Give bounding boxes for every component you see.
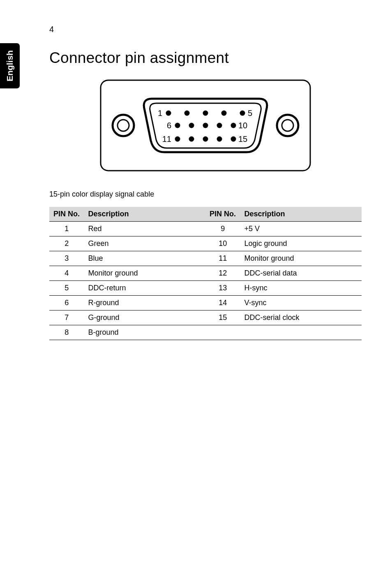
svg-point-16 xyxy=(189,137,194,142)
pin-b xyxy=(205,325,240,340)
pin-a: 8 xyxy=(49,325,84,340)
svg-text:6: 6 xyxy=(167,121,171,130)
svg-point-6 xyxy=(184,111,190,116)
table-row: 8B-ground xyxy=(49,325,362,340)
desc-b: DDC-serial clock xyxy=(240,310,362,325)
pin-b: 12 xyxy=(205,266,240,281)
pin-b: 13 xyxy=(205,281,240,296)
desc-b: Monitor ground xyxy=(240,251,362,266)
desc-b xyxy=(240,325,362,340)
svg-point-1 xyxy=(113,115,134,136)
table-header-desc-a: Description xyxy=(84,207,205,222)
desc-a: Red xyxy=(84,222,205,236)
svg-point-12 xyxy=(203,123,208,128)
pin-a: 3 xyxy=(49,251,84,266)
svg-point-8 xyxy=(221,111,227,116)
desc-a: B-ground xyxy=(84,325,205,340)
desc-b: DDC-serial data xyxy=(240,266,362,281)
pin-a: 2 xyxy=(49,236,84,251)
language-label: English xyxy=(5,50,15,81)
desc-a: G-ground xyxy=(84,310,205,325)
page-content: Connector pin assignment 1 5 6 10 11 15 … xyxy=(49,49,362,340)
page-number: 4 xyxy=(49,25,54,34)
language-tab: English xyxy=(0,43,20,88)
svg-text:11: 11 xyxy=(162,134,171,144)
pin-a: 5 xyxy=(49,281,84,296)
svg-point-5 xyxy=(166,111,171,116)
svg-point-4 xyxy=(282,120,293,131)
table-header-pin-b: PIN No. xyxy=(205,207,240,222)
pin-b: 15 xyxy=(205,310,240,325)
svg-point-17 xyxy=(203,137,208,142)
table-row: 4Monitor ground12DDC-serial data xyxy=(49,266,362,281)
desc-b: V-sync xyxy=(240,296,362,310)
desc-b: H-sync xyxy=(240,281,362,296)
desc-a: R-ground xyxy=(84,296,205,310)
svg-point-13 xyxy=(217,123,222,128)
desc-a: DDC-return xyxy=(84,281,205,296)
page-title: Connector pin assignment xyxy=(49,49,362,67)
pin-b: 14 xyxy=(205,296,240,310)
table-row: 1Red9+5 V xyxy=(49,222,362,236)
svg-text:1: 1 xyxy=(158,109,162,118)
table-row: 5DDC-return13H-sync xyxy=(49,281,362,296)
pin-a: 6 xyxy=(49,296,84,310)
svg-point-11 xyxy=(189,123,194,128)
svg-point-19 xyxy=(231,137,236,142)
pin-a: 7 xyxy=(49,310,84,325)
table-header-desc-b: Description xyxy=(240,207,362,222)
table-row: 2Green10Logic ground xyxy=(49,236,362,251)
desc-a: Green xyxy=(84,236,205,251)
table-row: 6R-ground14V-sync xyxy=(49,296,362,310)
svg-text:5: 5 xyxy=(248,109,252,118)
svg-point-14 xyxy=(231,123,236,128)
svg-point-18 xyxy=(217,137,222,142)
pin-a: 1 xyxy=(49,222,84,236)
svg-point-9 xyxy=(240,111,245,116)
svg-point-2 xyxy=(118,120,129,131)
svg-text:10: 10 xyxy=(238,121,247,130)
table-row: 3Blue11Monitor ground xyxy=(49,251,362,266)
desc-b: Logic ground xyxy=(240,236,362,251)
desc-a: Blue xyxy=(84,251,205,266)
connector-diagram: 1 5 6 10 11 15 xyxy=(99,78,312,173)
svg-point-15 xyxy=(175,137,180,142)
svg-point-10 xyxy=(175,123,180,128)
svg-point-7 xyxy=(203,111,208,116)
svg-text:15: 15 xyxy=(238,134,247,144)
table-caption: 15-pin color display signal cable xyxy=(49,190,362,199)
pin-a: 4 xyxy=(49,266,84,281)
table-row: 7G-ground15DDC-serial clock xyxy=(49,310,362,325)
desc-b: +5 V xyxy=(240,222,362,236)
pin-table: PIN No. Description PIN No. Description … xyxy=(49,207,362,340)
pin-b: 9 xyxy=(205,222,240,236)
pin-b: 10 xyxy=(205,236,240,251)
desc-a: Monitor ground xyxy=(84,266,205,281)
svg-point-3 xyxy=(277,115,298,136)
table-header-pin-a: PIN No. xyxy=(49,207,84,222)
pin-b: 11 xyxy=(205,251,240,266)
